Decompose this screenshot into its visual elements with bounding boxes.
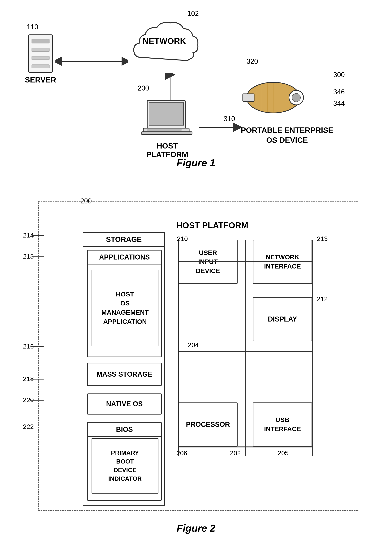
usb-ref-344: 344 xyxy=(333,99,345,108)
ref-213: 213 xyxy=(317,235,328,242)
server-icon xyxy=(28,34,53,73)
host-os-text: HOST OS MANAGEMENT APPLICATION xyxy=(101,290,149,326)
cloud-container: 102 NETWORK xyxy=(130,19,199,73)
connector-216 xyxy=(31,346,44,347)
mass-storage-box: MASS STORAGE xyxy=(87,363,162,386)
pbd-text: PRIMARY BOOT DEVICE INDICATOR xyxy=(108,448,142,483)
svg-rect-5 xyxy=(141,132,192,135)
bios-title: BIOS xyxy=(88,423,161,437)
host-label: HOST PLATFORM xyxy=(146,142,188,159)
usb-ref-346: 346 xyxy=(333,88,345,96)
user-input-text: USER INPUT DEVICE xyxy=(196,248,220,276)
connector-214 xyxy=(32,235,44,236)
ref-206: 206 xyxy=(177,449,187,457)
svg-rect-3 xyxy=(149,102,183,125)
ref-212: 212 xyxy=(317,295,328,303)
ref-210: 210 xyxy=(177,235,188,242)
server-label: SERVER xyxy=(25,76,56,84)
processor-text: PROCESSOR xyxy=(186,421,230,429)
user-input-box: USER INPUT DEVICE xyxy=(178,240,238,284)
host-os-app-box: HOST OS MANAGEMENT APPLICATION xyxy=(92,270,158,346)
figure1-title: Figure 1 xyxy=(177,157,215,169)
native-os-box: NATIVE OS xyxy=(87,393,162,415)
display-box: DISPLAY xyxy=(253,297,312,341)
bus-v-left xyxy=(178,240,179,456)
server-ref: 110 xyxy=(27,23,38,31)
cloud-text: NETWORK xyxy=(143,36,186,46)
connector-218 xyxy=(31,379,44,379)
usb-ref-320: 320 xyxy=(247,57,258,65)
svg-point-11 xyxy=(292,93,300,102)
figure1-area: 110 SERVER 102 NETWORK xyxy=(0,8,392,172)
applications-box: APPLICATIONS HOST OS MANAGEMENT APPLICAT… xyxy=(87,250,162,357)
pbd-box: PRIMARY BOOT DEVICE INDICATOR xyxy=(92,438,158,494)
connector-220 xyxy=(31,400,44,401)
svg-rect-9 xyxy=(243,94,254,101)
storage-title: STORAGE xyxy=(83,233,164,247)
connector-215 xyxy=(32,256,44,257)
host-platform-title: HOST PLATFORM xyxy=(177,221,248,230)
usb-interface-box: USB INTERFACE xyxy=(253,403,312,447)
mass-storage-text: MASS STORAGE xyxy=(96,370,152,378)
bios-box: BIOS PRIMARY BOOT DEVICE INDICATOR xyxy=(87,422,162,501)
network-interface-text: NETWORK INTERFACE xyxy=(264,253,301,271)
host-platform-box: HOST PLATFORM STORAGE APPLICATIONS HOST … xyxy=(38,201,359,511)
figure2-area: 200 HOST PLATFORM STORAGE APPLICATIONS H… xyxy=(0,184,392,538)
ref-202: 202 xyxy=(230,449,241,457)
usb-interface-text: USB INTERFACE xyxy=(264,415,301,434)
connector-222 xyxy=(31,427,44,427)
arrow-server-cloud xyxy=(55,56,128,67)
usb-device-container: 310 320 300 346 344 PORTABLE ENTERPRISE … xyxy=(241,73,333,145)
host-ref: 200 xyxy=(138,84,149,92)
bus-v-right xyxy=(312,240,313,456)
network-interface-box: NETWORK INTERFACE xyxy=(253,240,312,284)
usb-ref-310: 310 xyxy=(224,115,235,123)
arrow-host-usb xyxy=(199,123,243,132)
ref-204: 204 xyxy=(188,341,199,349)
display-text: DISPLAY xyxy=(268,315,297,323)
svg-rect-6 xyxy=(147,129,182,131)
applications-title: APPLICATIONS xyxy=(88,251,161,265)
native-os-text: NATIVE OS xyxy=(106,400,143,408)
usb-svg xyxy=(241,73,304,123)
figure2-title: Figure 2 xyxy=(177,522,215,534)
host-container: 200 HOST PLATFORM xyxy=(141,99,193,159)
bus-v-center xyxy=(245,240,246,456)
laptop-svg xyxy=(141,99,193,140)
usb-ref-300: 300 xyxy=(333,71,345,79)
processor-box: PROCESSOR xyxy=(178,403,238,447)
usb-device-label: PORTABLE ENTERPRISE OS DEVICE xyxy=(241,125,333,145)
storage-box: STORAGE APPLICATIONS HOST OS MANAGEMENT … xyxy=(83,232,165,506)
cloud-svg xyxy=(130,19,199,73)
cloud-ref: 102 xyxy=(187,10,199,18)
server-container: 110 SERVER xyxy=(25,34,56,84)
ref-205: 205 xyxy=(278,449,289,457)
